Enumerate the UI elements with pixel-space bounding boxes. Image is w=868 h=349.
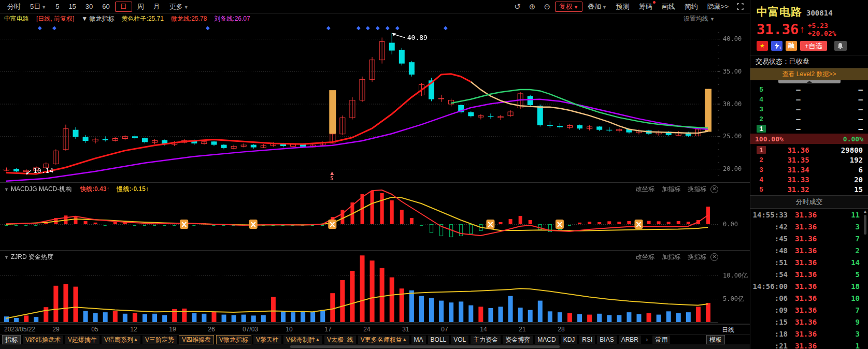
level-index: 5: [757, 85, 766, 93]
level-price[interactable]: —: [766, 95, 831, 104]
tab-BOLL[interactable]: BOLL: [428, 336, 449, 344]
tab-ARBR[interactable]: ARBR: [619, 336, 641, 344]
trade-volume: 14: [833, 258, 860, 267]
tab-V起爆擒牛[interactable]: V起爆擒牛: [65, 336, 99, 344]
tab-›[interactable]: ›: [643, 336, 650, 344]
scrollbar-thumb[interactable]: [290, 345, 560, 348]
ma-settings-button[interactable]: 设置均线 ▼: [684, 14, 715, 23]
tab-指标[interactable]: 指标: [2, 335, 21, 344]
level2-banner[interactable]: 查看 Level2 数据>>: [750, 68, 868, 80]
tab-常用[interactable]: 常用: [652, 336, 670, 344]
period-button-日[interactable]: 日: [115, 2, 132, 12]
order-book-row: 5——: [750, 84, 868, 94]
panel-control-加指标[interactable]: 加指标: [662, 253, 680, 261]
tab-KDJ[interactable]: KDJ: [561, 336, 578, 344]
china-flag-icon: ★: [757, 41, 768, 51]
tab-MA[interactable]: MA: [411, 336, 426, 344]
period-button-5日[interactable]: 5日▼: [26, 2, 50, 12]
trade-volume: 10: [833, 294, 860, 302]
vertical-scrollbar[interactable]: ▲: [863, 210, 867, 344]
toolbar-button-叠加[interactable]: 叠加▼: [584, 2, 611, 12]
collapse-triangle-icon[interactable]: ▼: [4, 187, 9, 192]
level-price[interactable]: —: [766, 115, 831, 123]
tab-V更多名师权益[interactable]: V更多名师权益▲: [358, 336, 409, 344]
order-book-row: 331.346: [750, 165, 868, 174]
toolbar-button-复权[interactable]: 复权▼: [555, 2, 582, 12]
order-book-row: 231.35192: [750, 155, 868, 165]
period-button-15[interactable]: 15: [64, 2, 80, 11]
trade-volume: 9: [833, 318, 860, 326]
period-button-分时[interactable]: 分时: [3, 2, 25, 12]
level-price[interactable]: —: [766, 85, 831, 94]
close-panel-icon[interactable]: ✕: [710, 185, 718, 193]
tab-模板[interactable]: 模板: [706, 335, 725, 344]
tab-V经纬操盘术[interactable]: V经纬操盘术: [23, 336, 63, 344]
zoom-in-icon[interactable]: ⊕: [525, 2, 539, 11]
period-button-更多[interactable]: 更多▼: [165, 2, 193, 12]
tab-V三阶定势[interactable]: V三阶定势: [143, 336, 177, 344]
order-book-row: 431.3320: [750, 174, 868, 184]
alert-bell-icon[interactable]: [834, 41, 847, 51]
scrollbar-thumb[interactable]: [864, 215, 866, 235]
date-label: 21: [519, 326, 525, 333]
trade-time: :45: [750, 235, 788, 243]
period-button-5[interactable]: 5: [51, 2, 63, 11]
trade-price: 31.36: [788, 223, 833, 231]
scroll-up-icon[interactable]: ▲: [863, 210, 867, 214]
panel-control-加指标[interactable]: 加指标: [662, 185, 680, 194]
date-label: 29: [52, 326, 59, 333]
panel-control-改坐标[interactable]: 改坐标: [636, 185, 654, 194]
date-label: 07: [441, 326, 448, 333]
tab-资金博弈[interactable]: 资金博弈: [503, 336, 533, 344]
level-price[interactable]: 31.36: [766, 146, 831, 154]
chart-column: 分时5日▼5153060日周月更多▼ ↺ ⊕ ⊖ 复权▼叠加▼预测筹码画线简约隐…: [0, 0, 750, 349]
tab-BIAS[interactable]: BIAS: [597, 336, 616, 344]
tab-V微龙指标[interactable]: V微龙指标: [216, 335, 251, 344]
level-price[interactable]: —: [766, 105, 831, 113]
toolbar-button-筹码[interactable]: 筹码: [635, 2, 657, 12]
panel-control-换指标[interactable]: 换指标: [688, 253, 706, 261]
tab-V擎天柱[interactable]: V擎天柱: [253, 336, 281, 344]
trade-row: :0931.367: [750, 304, 868, 316]
zoom-out-icon[interactable]: ⊖: [540, 2, 554, 11]
fullscreen-icon[interactable]: [737, 3, 744, 10]
trade-price: 31.36: [788, 306, 833, 314]
toolbar-button-隐藏>>[interactable]: 隐藏>>: [703, 2, 733, 12]
period-button-30[interactable]: 30: [81, 2, 97, 11]
collapse-triangle-icon[interactable]: ▼: [4, 255, 9, 260]
legend-item-0: 中富电路: [4, 14, 29, 23]
toolbar-button-简约[interactable]: 简约: [680, 2, 702, 12]
macd-value-0: 快线:0.43↑: [80, 185, 109, 194]
tab-MACD[interactable]: MACD: [535, 336, 558, 344]
panel-control-改坐标[interactable]: 改坐标: [636, 253, 654, 261]
chevron-up-icon: ▲: [403, 337, 407, 342]
period-button-60[interactable]: 60: [98, 2, 113, 11]
panel-control-换指标[interactable]: 换指标: [688, 185, 706, 194]
toolbar-button-画线[interactable]: 画线: [658, 2, 679, 12]
undo-icon[interactable]: ↺: [510, 2, 524, 11]
tab-V储奇制胜[interactable]: V储奇制胜▲: [283, 336, 322, 344]
quote-panel: 中富电路 300814 31.36 ↑ +5.23 +20.02% ★ 1 融 …: [750, 0, 868, 349]
level-price[interactable]: —: [766, 125, 831, 133]
close-panel-icon[interactable]: ✕: [710, 253, 718, 261]
tab-VOL[interactable]: VOL: [451, 336, 468, 344]
trade-row: :4231.363: [750, 221, 868, 232]
level-price[interactable]: 31.34: [766, 166, 831, 174]
level-volume: —: [831, 115, 863, 123]
period-button-月[interactable]: 月: [149, 2, 164, 12]
order-book-row: 131.3629800: [750, 145, 868, 155]
period-button-周[interactable]: 周: [133, 2, 148, 12]
tab-V四维操盘[interactable]: V四维操盘: [179, 335, 214, 344]
tab-RSI[interactable]: RSI: [579, 336, 595, 344]
toolbar-button-预测[interactable]: 预测: [612, 2, 634, 12]
level-volume: 6: [831, 166, 863, 174]
main-chart-canvas[interactable]: [0, 24, 750, 324]
level-price[interactable]: 31.35: [766, 156, 831, 164]
add-watchlist-button[interactable]: +自选: [800, 41, 827, 51]
level-price[interactable]: 31.32: [766, 185, 831, 194]
horizontal-scrollbar[interactable]: [0, 344, 750, 349]
tab-主力资金[interactable]: 主力资金: [471, 336, 501, 344]
tab-V猎鹰系列[interactable]: V猎鹰系列▲: [102, 336, 140, 344]
level-price[interactable]: 31.33: [766, 176, 831, 184]
tab-V太极_线[interactable]: V太极_线: [324, 336, 356, 344]
